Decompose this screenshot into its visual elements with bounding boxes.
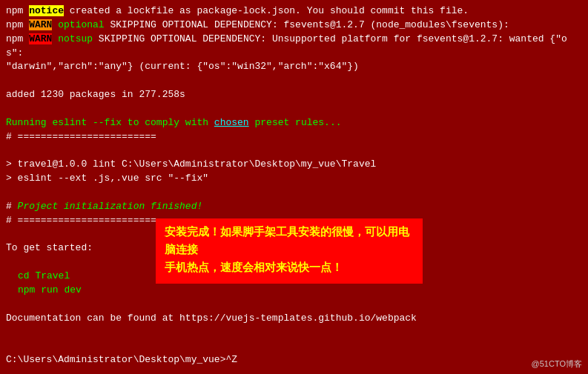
terminal-line-empty2 xyxy=(6,102,582,116)
terminal-final-prompt: C:\Users\Administrator\Desktop\my_vue>^Z xyxy=(6,353,582,367)
terminal-line-3: npm WARN notsup SKIPPING OPTIONAL DEPEND… xyxy=(6,33,582,61)
watermark: @51CTO博客 xyxy=(532,358,582,370)
terminal-separator-1: # ======================== xyxy=(6,130,582,144)
terminal-line-empty3 xyxy=(6,144,582,158)
terminal-prompt-2: > eslint --ext .js,.vue src "--fix" xyxy=(6,172,582,186)
terminal-line-3b: "darwin","arch":"any"} (current: {"os":"… xyxy=(6,60,582,74)
terminal-docs: Documentation can be found at https://vu… xyxy=(6,312,582,326)
terminal-line-added: added 1230 packages in 277.258s xyxy=(6,88,582,102)
terminal-line-empty9 xyxy=(6,339,582,353)
terminal-line-1: npm notice created a lockfile as package… xyxy=(6,4,582,19)
terminal-line-empty1 xyxy=(6,74,582,88)
terminal-line-2: npm WARN optional SKIPPING OPTIONAL DEPE… xyxy=(6,19,582,33)
terminal-line-empty4 xyxy=(6,186,582,200)
terminal-line-eslint: Running eslint --fix to comply with chos… xyxy=(6,116,582,130)
terminal-npm-run: npm run dev xyxy=(6,284,582,298)
annotation-line-1: 安装完成！如果脚手架工具安装的很慢，可以用电脑连接 xyxy=(165,224,414,260)
terminal-prompt-1: > travel@1.0.0 lint C:\Users\Administrat… xyxy=(6,158,582,172)
terminal-line-empty8 xyxy=(6,325,582,339)
annotation-box: 安装完成！如果脚手架工具安装的很慢，可以用电脑连接 手机热点，速度会相对来说快一… xyxy=(156,218,423,284)
terminal-project-done: # Project initialization finished! xyxy=(6,200,582,214)
terminal-line-empty7 xyxy=(6,298,582,312)
terminal-window: npm notice created a lockfile as package… xyxy=(0,0,588,374)
annotation-line-2: 手机热点，速度会相对来说快一点！ xyxy=(165,260,414,278)
